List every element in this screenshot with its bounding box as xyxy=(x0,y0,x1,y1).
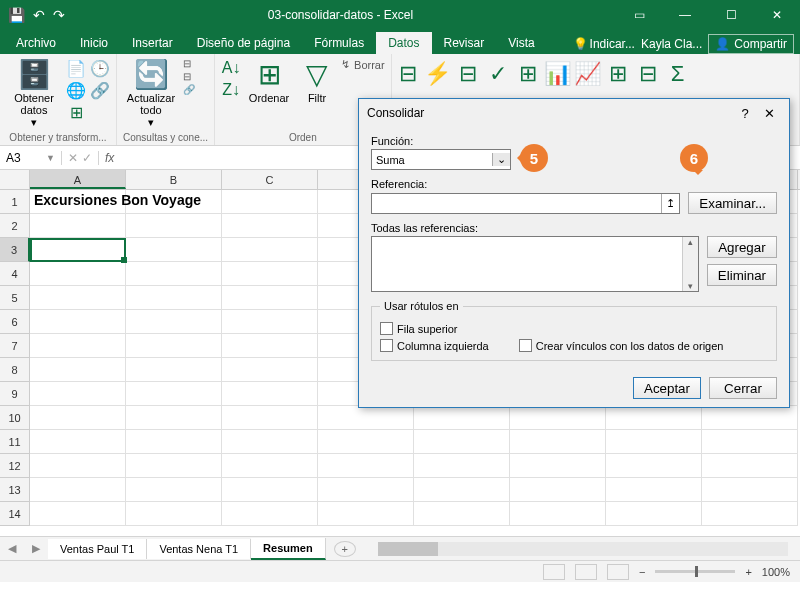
cell[interactable] xyxy=(126,286,222,310)
cell[interactable] xyxy=(126,214,222,238)
cancel-formula-icon[interactable]: ✕ xyxy=(68,151,78,165)
aceptar-button[interactable]: Aceptar xyxy=(633,377,701,399)
cell[interactable] xyxy=(702,454,798,478)
row-header-6[interactable]: 6 xyxy=(0,310,30,334)
cell[interactable] xyxy=(414,478,510,502)
name-box[interactable]: A3▼ xyxy=(0,151,62,165)
row-header-14[interactable]: 14 xyxy=(0,502,30,526)
row-header-7[interactable]: 7 xyxy=(0,334,30,358)
cell[interactable] xyxy=(222,334,318,358)
from-table-icon[interactable]: ⊞ xyxy=(66,102,86,122)
tab-inicio[interactable]: Inicio xyxy=(68,32,120,54)
cell[interactable] xyxy=(126,334,222,358)
cell[interactable] xyxy=(30,454,126,478)
col-header-C[interactable]: C xyxy=(222,170,318,189)
cell[interactable] xyxy=(30,286,126,310)
range-select-icon[interactable]: ↥ xyxy=(661,194,679,213)
cell[interactable] xyxy=(318,430,414,454)
agregar-button[interactable]: Agregar xyxy=(707,236,777,258)
cell[interactable] xyxy=(510,406,606,430)
share-button[interactable]: 👤Compartir xyxy=(708,34,794,54)
cell[interactable] xyxy=(414,502,510,526)
row-header-3[interactable]: 3 xyxy=(0,238,30,262)
enter-formula-icon[interactable]: ✓ xyxy=(82,151,92,165)
zoom-slider[interactable] xyxy=(655,570,735,573)
cell[interactable] xyxy=(222,430,318,454)
row-header-11[interactable]: 11 xyxy=(0,430,30,454)
zoom-level[interactable]: 100% xyxy=(762,566,790,578)
normal-view-icon[interactable] xyxy=(543,564,565,580)
cell[interactable] xyxy=(222,406,318,430)
cell[interactable] xyxy=(30,310,126,334)
tab-vista[interactable]: Vista xyxy=(496,32,546,54)
cell[interactable] xyxy=(414,454,510,478)
tab-insertar[interactable]: Insertar xyxy=(120,32,185,54)
cell[interactable] xyxy=(222,262,318,286)
row-header-8[interactable]: 8 xyxy=(0,358,30,382)
cell[interactable] xyxy=(126,382,222,406)
maximize-icon[interactable]: ☐ xyxy=(708,0,754,30)
fila-superior-checkbox[interactable] xyxy=(380,322,393,335)
zoom-out-icon[interactable]: − xyxy=(639,566,645,578)
examinar-button[interactable]: Examinar... xyxy=(688,192,777,214)
cell[interactable] xyxy=(126,478,222,502)
columna-izquierda-checkbox[interactable] xyxy=(380,339,393,352)
sheet-tab-1[interactable]: Ventas Paul T1 xyxy=(48,539,147,559)
cell[interactable] xyxy=(30,406,126,430)
cell[interactable] xyxy=(222,286,318,310)
cell[interactable] xyxy=(126,406,222,430)
sort-asc-icon[interactable]: A↓ xyxy=(221,58,241,78)
cell[interactable] xyxy=(222,502,318,526)
cell[interactable] xyxy=(702,478,798,502)
cell[interactable] xyxy=(318,454,414,478)
properties-icon[interactable]: ⊟ xyxy=(183,71,195,82)
data-val-icon[interactable]: ✓ xyxy=(488,64,508,84)
dialog-close-icon[interactable]: ✕ xyxy=(757,106,781,121)
text-to-cols-icon[interactable]: ⊟ xyxy=(398,64,418,84)
cell[interactable] xyxy=(606,406,702,430)
col-header-B[interactable]: B xyxy=(126,170,222,189)
ungroup-icon[interactable]: ⊟ xyxy=(638,64,658,84)
cell[interactable] xyxy=(510,430,606,454)
queries-icon[interactable]: ⊟ xyxy=(183,58,195,69)
cell[interactable] xyxy=(510,478,606,502)
row-header-9[interactable]: 9 xyxy=(0,382,30,406)
from-web-icon[interactable]: 🌐 xyxy=(66,80,86,100)
user-name[interactable]: Kayla Cla... xyxy=(641,37,702,51)
tab-formulas[interactable]: Fórmulas xyxy=(302,32,376,54)
row-header-12[interactable]: 12 xyxy=(0,454,30,478)
borrar-button[interactable]: ↯ Borrar xyxy=(341,58,385,71)
cell[interactable] xyxy=(30,430,126,454)
obtener-datos-button[interactable]: 🗄️Obtener datos▾ xyxy=(6,58,62,128)
cell[interactable] xyxy=(222,238,318,262)
tab-diseno[interactable]: Diseño de página xyxy=(185,32,302,54)
cell[interactable] xyxy=(702,406,798,430)
cell[interactable] xyxy=(126,430,222,454)
cell[interactable] xyxy=(30,478,126,502)
cell[interactable] xyxy=(30,238,126,262)
cell[interactable] xyxy=(318,502,414,526)
remove-dup-icon[interactable]: ⊟ xyxy=(458,64,478,84)
whatif-icon[interactable]: 📊 xyxy=(548,64,568,84)
cell[interactable] xyxy=(318,406,414,430)
tab-datos[interactable]: Datos xyxy=(376,32,431,54)
eliminar-button[interactable]: Eliminar xyxy=(707,264,777,286)
add-sheet-icon[interactable]: + xyxy=(334,541,356,557)
cell[interactable] xyxy=(606,454,702,478)
ribbon-options-icon[interactable]: ▭ xyxy=(616,0,662,30)
forecast-icon[interactable]: 📈 xyxy=(578,64,598,84)
group-icon[interactable]: ⊞ xyxy=(608,64,628,84)
cell[interactable] xyxy=(606,430,702,454)
cerrar-button[interactable]: Cerrar xyxy=(709,377,777,399)
cell[interactable] xyxy=(126,454,222,478)
vinculos-checkbox[interactable] xyxy=(519,339,532,352)
cell[interactable] xyxy=(222,190,318,214)
referencia-input[interactable]: ↥ xyxy=(371,193,680,214)
tab-archivo[interactable]: Archivo xyxy=(4,32,68,54)
row-header-1[interactable]: 1 xyxy=(0,190,30,214)
cell[interactable]: Excursiones Bon Voyage xyxy=(30,190,126,214)
minimize-icon[interactable]: — xyxy=(662,0,708,30)
undo-icon[interactable]: ↶ xyxy=(33,7,45,23)
tab-revisar[interactable]: Revisar xyxy=(432,32,497,54)
cell[interactable] xyxy=(126,502,222,526)
